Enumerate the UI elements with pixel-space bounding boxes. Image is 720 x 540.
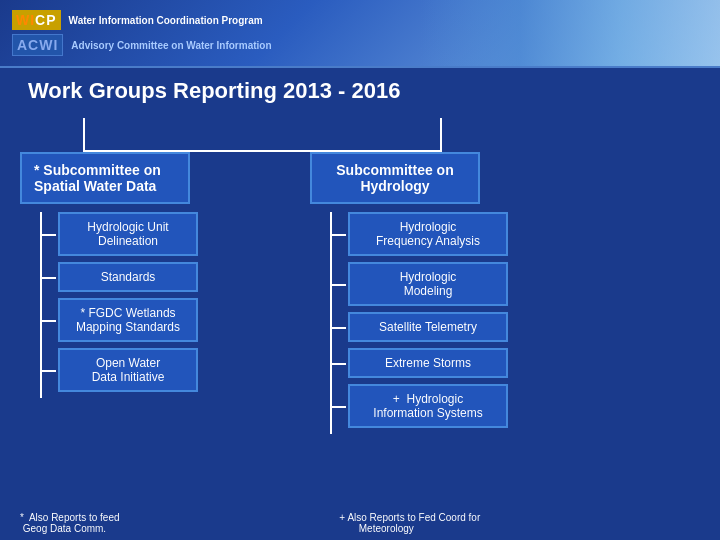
right-column: Subcommittee on Hydrology HydrologicFreq…: [280, 152, 700, 434]
acwi-badge: ACWI: [12, 34, 63, 56]
left-column: * Subcommittee on Spatial Water Data Hyd…: [20, 152, 280, 434]
hydro-model-box: HydrologicModeling: [348, 262, 508, 306]
list-item: Satellite Telemetry: [330, 312, 700, 342]
open-water-box: Open WaterData Initiative: [58, 348, 198, 392]
hydro-freq-box: HydrologicFrequency Analysis: [348, 212, 508, 256]
extreme-storms-box: Extreme Storms: [348, 348, 508, 378]
page-title: Work Groups Reporting 2013 - 2016: [20, 78, 700, 104]
columns: * Subcommittee on Spatial Water Data Hyd…: [20, 152, 700, 434]
list-item: Standards: [40, 262, 280, 292]
right-items: HydrologicFrequency Analysis HydrologicM…: [330, 212, 700, 434]
header: WICP Water Information Coordination Prog…: [0, 0, 720, 68]
right-top-box-line2: Hydrology: [360, 178, 429, 194]
list-item: Hydrologic UnitDelineation: [40, 212, 280, 256]
list-item: HydrologicModeling: [330, 262, 700, 306]
footer-star-icon: *: [20, 512, 24, 523]
left-items: Hydrologic UnitDelineation Standards * F…: [40, 212, 280, 398]
left-top-box: * Subcommittee on Spatial Water Data: [20, 152, 190, 204]
wicp-logo: WICP Water Information Coordination Prog…: [12, 10, 272, 30]
left-top-box-line1: * Subcommittee on: [34, 162, 161, 178]
list-item: + HydrologicInformation Systems: [330, 384, 700, 428]
satellite-box: Satellite Telemetry: [348, 312, 508, 342]
right-top-box-line1: Subcommittee on: [336, 162, 453, 178]
footer: * Also Reports to feed Geog Data Comm. +…: [20, 512, 700, 534]
list-item: Extreme Storms: [330, 348, 700, 378]
wicp-label: Water Information Coordination Program: [69, 15, 263, 26]
wicp-badge: WICP: [12, 10, 61, 30]
right-top-box: Subcommittee on Hydrology: [310, 152, 480, 204]
list-item: * FGDC WetlandsMapping Standards: [40, 298, 280, 342]
footer-left-note: * Also Reports to feed Geog Data Comm.: [20, 512, 120, 534]
fgdc-box: * FGDC WetlandsMapping Standards: [58, 298, 198, 342]
footer-center-note: + Also Reports to Fed Coord for Meteorol…: [339, 512, 480, 534]
list-item: Open WaterData Initiative: [40, 348, 280, 392]
hydro-info-box: + HydrologicInformation Systems: [348, 384, 508, 428]
acwi-logo: ACWI Advisory Committee on Water Informa…: [12, 34, 272, 56]
list-item: HydrologicFrequency Analysis: [330, 212, 700, 256]
hydro-unit-box: Hydrologic UnitDelineation: [58, 212, 198, 256]
logo-block: WICP Water Information Coordination Prog…: [12, 10, 272, 56]
main-content: Work Groups Reporting 2013 - 2016 * Subc…: [0, 68, 720, 442]
acwi-label: Advisory Committee on Water Information: [71, 40, 271, 51]
left-top-box-line2: Spatial Water Data: [34, 178, 156, 194]
standards-box: Standards: [58, 262, 198, 292]
